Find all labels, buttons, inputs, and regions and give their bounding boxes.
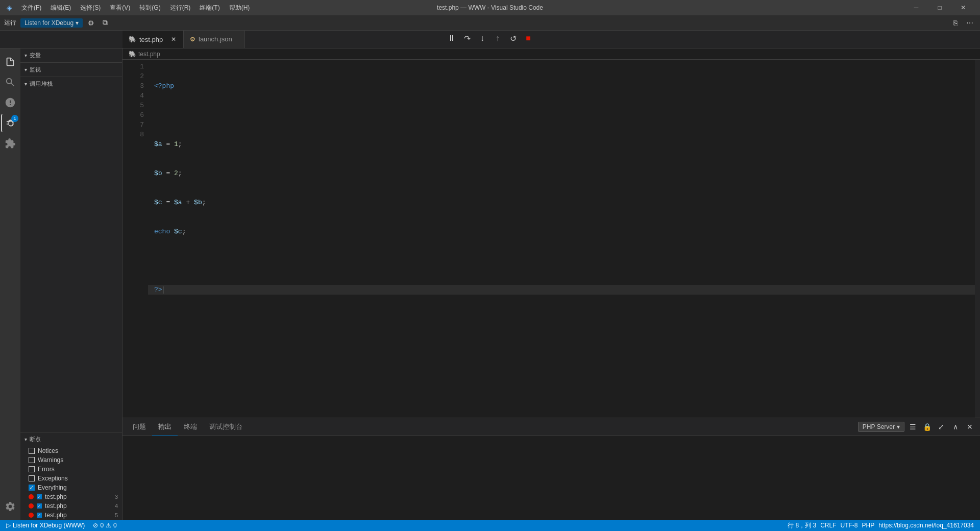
status-right: 行 8，列 3 CRLF UTF-8 PHP https://blog.csdn… xyxy=(786,520,976,531)
bp-exceptions[interactable]: Exceptions xyxy=(20,474,122,483)
account-icon[interactable]: ⋯ xyxy=(964,17,976,29)
activity-settings[interactable] xyxy=(1,497,19,516)
menu-view[interactable]: 查看(V) xyxy=(106,3,134,13)
bp-file-2[interactable]: ✓ test.php 4 xyxy=(20,501,122,511)
menu-help[interactable]: 帮助(H) xyxy=(225,3,254,13)
menu-select[interactable]: 选择(S) xyxy=(76,3,105,13)
debug-stop-button[interactable]: ■ xyxy=(521,31,535,45)
maximize-button[interactable]: □ xyxy=(928,0,951,15)
variables-section-header[interactable]: ▾ 变量 xyxy=(20,49,122,62)
activity-extensions[interactable] xyxy=(1,134,19,153)
warning-icon: ⚠ xyxy=(106,522,111,529)
bp-file-3-checkbox[interactable]: ✓ xyxy=(37,513,42,518)
activity-debug[interactable]: 1 xyxy=(1,114,19,132)
bp-notices-checkbox[interactable] xyxy=(29,448,35,454)
activity-git[interactable] xyxy=(1,93,19,112)
line-num-5: 5 xyxy=(122,101,144,110)
bp-file-1-checkbox[interactable]: ✓ xyxy=(37,494,42,499)
menu-run[interactable]: 运行(R) xyxy=(166,3,195,13)
panel-up-btn[interactable]: ∧ xyxy=(949,421,962,433)
bp-exceptions-checkbox[interactable] xyxy=(29,475,35,481)
menu-goto[interactable]: 转到(G) xyxy=(135,3,164,13)
status-line-ending[interactable]: CRLF xyxy=(818,520,838,531)
status-encoding[interactable]: UTF-8 xyxy=(838,520,860,531)
server-dropdown[interactable]: PHP Server ▾ xyxy=(858,422,904,432)
status-position[interactable]: 行 8，列 3 xyxy=(786,520,818,531)
bp-file-1-dot xyxy=(29,494,34,499)
panel-tab-bar: 问题 输出 终端 调试控制台 PHP Server ▾ ☰ 🔒 ⤢ ∧ ✕ xyxy=(122,418,980,436)
panel-close-btn[interactable]: ✕ xyxy=(964,421,976,433)
debug-pause-button[interactable]: ⏸ xyxy=(445,31,459,45)
debug-restart-button[interactable]: ↺ xyxy=(506,31,520,45)
breadcrumb: 🐘 test.php xyxy=(122,49,980,60)
panel-tab-debug-console[interactable]: 调试控制台 xyxy=(203,418,249,436)
activity-explorer[interactable] xyxy=(1,53,19,71)
bp-warnings-checkbox[interactable] xyxy=(29,457,35,463)
menu-terminal[interactable]: 终端(T) xyxy=(195,3,224,13)
callstack-section-header[interactable]: ▾ 调用堆栈 xyxy=(20,77,122,91)
bp-errors[interactable]: Errors xyxy=(20,465,122,474)
bp-warnings-label: Warnings xyxy=(38,456,63,464)
debug-view-button[interactable]: ⧉ xyxy=(99,17,111,29)
error-icon: ⊘ xyxy=(93,522,98,529)
status-debug-label: Listen for XDebug (WWW) xyxy=(13,522,85,529)
panel-tab-problems[interactable]: 问题 xyxy=(127,418,152,436)
panel-actions: PHP Server ▾ ☰ 🔒 ⤢ ∧ ✕ xyxy=(858,421,976,433)
panel-list-btn[interactable]: ☰ xyxy=(906,421,919,433)
code-line-8: ?> xyxy=(148,285,975,295)
tab-launch-json[interactable]: ⚙ launch.json xyxy=(184,30,245,48)
bp-file-2-count: 4 xyxy=(115,503,118,509)
panel-maximize-btn[interactable]: ⤢ xyxy=(935,421,947,433)
status-debug[interactable]: ▷ Listen for XDebug (WWW) xyxy=(4,520,87,531)
panel-lock-btn[interactable]: 🔒 xyxy=(921,421,933,433)
line-num-1: 1 xyxy=(122,62,144,71)
code-line-7 xyxy=(148,256,975,266)
debug-config-label: Listen for XDebug xyxy=(24,19,74,27)
panel-tab-output[interactable]: 输出 xyxy=(152,418,178,436)
debug-settings-button[interactable]: ⚙ xyxy=(85,17,97,29)
debug-badge: 1 xyxy=(11,115,18,122)
run-label: 运行 xyxy=(4,18,16,27)
activity-search[interactable] xyxy=(1,73,19,91)
remote-explorer-icon[interactable]: ⎘ xyxy=(949,17,962,29)
bp-warnings[interactable]: Warnings xyxy=(20,455,122,465)
tab-test-php-close[interactable]: ✕ xyxy=(170,35,177,44)
line-numbers: 1 2 3 4 5 6 7 8 xyxy=(122,60,148,418)
debug-step-out-button[interactable]: ↑ xyxy=(491,31,505,45)
watch-section-label: 监视 xyxy=(30,66,41,74)
debug-actions: ⏸ ↷ ↓ ↑ ↺ ■ xyxy=(445,31,535,46)
bp-everything-checkbox[interactable]: ✓ xyxy=(29,485,35,491)
debug-step-over-button[interactable]: ↷ xyxy=(460,31,474,45)
status-bar: ▷ Listen for XDebug (WWW) ⊘ 0 ⚠ 0 行 8，列 … xyxy=(0,520,980,531)
line-num-3: 3 xyxy=(122,81,144,91)
status-language[interactable]: PHP xyxy=(860,520,876,531)
code-editor[interactable]: <?php $a = 1; $b = 2; $c = $a + $b; echo… xyxy=(148,60,975,418)
bp-notices[interactable]: Notices xyxy=(20,446,122,455)
bp-everything[interactable]: ✓ Everything xyxy=(20,483,122,492)
status-errors[interactable]: ⊘ 0 ⚠ 0 xyxy=(91,520,118,531)
breakpoints-section-header[interactable]: ▾ 断点 xyxy=(20,432,122,446)
editor-content[interactable]: 1 2 3 4 5 6 7 8 <?php xyxy=(122,60,980,418)
breakpoints-collapse-icon: ▾ xyxy=(24,437,28,442)
debug-config-button[interactable]: Listen for XDebug ▾ xyxy=(20,18,83,28)
bp-file-3[interactable]: ✓ test.php 5 xyxy=(20,511,122,520)
bp-file-3-count: 5 xyxy=(115,512,118,518)
bp-file-1[interactable]: ✓ test.php 3 xyxy=(20,492,122,501)
main-layout: 1 ▾ 变量 ▾ 监视 ▾ xyxy=(0,49,980,520)
sidebar: ▾ 变量 ▾ 监视 ▾ 调用堆栈 ▾ 断点 Notices Warnings xyxy=(20,49,122,520)
bp-file-2-checkbox[interactable]: ✓ xyxy=(37,503,42,509)
server-dropdown-arrow: ▾ xyxy=(897,423,900,430)
status-link[interactable]: https://blog.csdn.net/loq_41617034 xyxy=(876,520,976,531)
tab-test-php[interactable]: 🐘 test.php ✕ xyxy=(122,30,184,48)
panel-tab-terminal[interactable]: 终端 xyxy=(178,418,203,436)
debug-config-chevron: ▾ xyxy=(76,19,79,27)
bp-errors-checkbox[interactable] xyxy=(29,466,35,472)
debug-step-into-button[interactable]: ↓ xyxy=(475,31,489,45)
menu-file[interactable]: 文件(F) xyxy=(17,3,45,13)
close-button[interactable]: ✕ xyxy=(951,0,975,15)
minimize-button[interactable]: ─ xyxy=(904,0,928,15)
watch-section-header[interactable]: ▾ 监视 xyxy=(20,63,122,77)
title-bar-left: ◈ 文件(F) 编辑(E) 选择(S) 查看(V) 转到(G) 运行(R) 终端… xyxy=(5,3,254,13)
title-bar: ◈ 文件(F) 编辑(E) 选择(S) 查看(V) 转到(G) 运行(R) 终端… xyxy=(0,0,980,15)
menu-edit[interactable]: 编辑(E) xyxy=(46,3,75,13)
